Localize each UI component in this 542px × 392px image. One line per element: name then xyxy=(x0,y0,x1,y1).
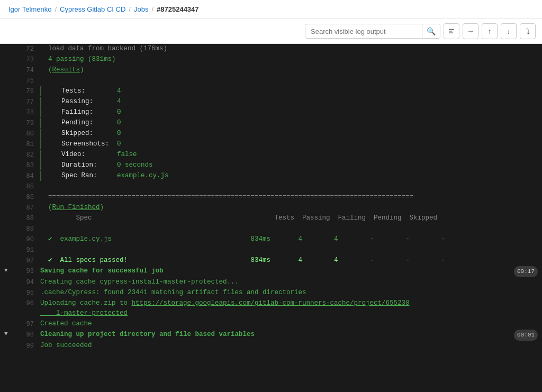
line-number: 74 xyxy=(15,65,34,76)
line-timestamp: 00:01 xyxy=(514,330,538,341)
line-content: Spec Ran: example.cy.js xyxy=(40,171,538,181)
line-content: Spec Tests Passing Failing Pending Skipp… xyxy=(40,213,538,223)
line-number: 76 xyxy=(15,86,34,97)
line-number: 98 xyxy=(15,330,34,340)
log-area: 72 load data from backend (176ms)73 4 pa… xyxy=(0,44,542,392)
log-line: 75 xyxy=(0,76,542,86)
line-content: Tests: 4 xyxy=(40,86,538,96)
svg-rect-2 xyxy=(449,33,454,33)
line-number: 83 xyxy=(15,160,34,171)
line-content: Screenshots: 0 xyxy=(40,139,538,149)
breadcrumb-user[interactable]: Igor Telmenko xyxy=(8,5,51,13)
log-line: 73 4 passing (831ms) xyxy=(0,54,542,65)
line-number: 84 xyxy=(15,171,34,181)
line-content: (Results) xyxy=(40,65,538,75)
log-line: ▼98Cleaning up project directory and fil… xyxy=(0,330,542,341)
scroll-up-button[interactable]: ↑ xyxy=(482,23,498,39)
line-number: 72 xyxy=(15,44,34,54)
line-content: 4 passing (831ms) xyxy=(40,54,538,65)
breadcrumb-jobs[interactable]: Jobs xyxy=(134,5,148,13)
line-number: 73 xyxy=(15,54,34,65)
breadcrumb-sep-1: / xyxy=(55,5,57,13)
toolbar: 🔍 → ↑ ↓ ⤵ xyxy=(0,19,542,44)
log-line: 90 ✔ example.cy.js 834ms 4 4 - - - xyxy=(0,234,542,245)
log-line: 76 Tests: 4 xyxy=(0,86,542,97)
line-number: 95 xyxy=(15,288,34,298)
line-number: 80 xyxy=(15,129,34,139)
log-line: 80 Skipped: 0 xyxy=(0,129,542,139)
line-number: 82 xyxy=(15,150,34,160)
collapse-toggle[interactable]: ▼ xyxy=(4,330,13,339)
line-number: 89 xyxy=(15,224,34,234)
line-content: Uploading cache.zip to https://storage.g… xyxy=(40,298,538,319)
line-content: Skipped: 0 xyxy=(40,129,538,139)
line-content: Video: false xyxy=(40,150,538,160)
line-content: Cleaning up project directory and file b… xyxy=(40,330,514,340)
breadcrumb-sep-2: / xyxy=(129,5,131,13)
log-line: 72 load data from backend (176ms) xyxy=(0,44,542,54)
raw-log-button[interactable] xyxy=(444,23,459,39)
svg-rect-1 xyxy=(449,31,453,31)
line-number: 99 xyxy=(15,341,34,351)
log-line: 82 Video: false xyxy=(0,150,542,160)
breadcrumb: Igor Telmenko / Cypress Gitlab CI CD / J… xyxy=(0,0,542,19)
line-number: 78 xyxy=(15,107,34,118)
log-line: 95.cache/Cypress: found 23441 matching a… xyxy=(0,288,542,298)
search-button[interactable]: 🔍 xyxy=(422,24,440,38)
log-line: 78 Failing: 0 xyxy=(0,107,542,118)
line-content: Failing: 0 xyxy=(40,107,538,117)
fullscreen-button[interactable]: ⤵ xyxy=(520,23,536,39)
search-input[interactable] xyxy=(305,25,422,38)
line-number: 96 xyxy=(15,298,34,309)
line-timestamp: 00:17 xyxy=(514,266,538,277)
line-number: 91 xyxy=(15,245,34,256)
line-content: Creating cache cypress-install-master-pr… xyxy=(40,277,538,287)
line-content: Saving cache for successful job xyxy=(40,266,514,276)
line-number: 90 xyxy=(15,234,34,245)
line-number: 87 xyxy=(15,203,34,213)
log-line: 85 xyxy=(0,181,542,192)
line-content: (Run Finished) xyxy=(40,203,538,213)
scroll-down-button[interactable]: ↓ xyxy=(501,23,517,39)
line-number: 88 xyxy=(15,213,34,224)
line-number: 94 xyxy=(15,277,34,288)
line-content: Passing: 4 xyxy=(40,97,538,107)
line-content: ========================================… xyxy=(40,192,538,202)
svg-rect-0 xyxy=(449,29,454,30)
line-content: load data from backend (176ms) xyxy=(40,44,538,54)
line-content: Job succeeded xyxy=(40,341,538,351)
line-number: 97 xyxy=(15,319,34,330)
log-line: 89 xyxy=(0,224,542,234)
log-line: 92 ✔ All specs passed! 834ms 4 4 - - - xyxy=(0,256,542,266)
log-line: 96Uploading cache.zip to https://storage… xyxy=(0,298,542,319)
line-number: 75 xyxy=(15,76,34,86)
log-line: 81 Screenshots: 0 xyxy=(0,139,542,150)
line-content: ✔ All specs passed! 834ms 4 4 - - - xyxy=(40,256,538,266)
collapse-toggle[interactable]: ▼ xyxy=(4,266,13,275)
line-content: ✔ example.cy.js 834ms 4 4 - - - xyxy=(40,234,538,244)
scroll-to-next-button[interactable]: → xyxy=(463,23,478,39)
breadcrumb-project[interactable]: Cypress Gitlab CI CD xyxy=(60,5,125,13)
log-line: 87 (Run Finished) xyxy=(0,203,542,213)
line-number: 92 xyxy=(15,256,34,266)
line-content: .cache/Cypress: found 23441 matching art… xyxy=(40,288,538,298)
log-line: 88 Spec Tests Passing Failing Pending Sk… xyxy=(0,213,542,224)
log-line: 91 xyxy=(0,245,542,256)
line-content: Created cache xyxy=(40,319,538,329)
line-number: 81 xyxy=(15,139,34,150)
log-line: 86 =====================================… xyxy=(0,192,542,203)
log-line: ▼93Saving cache for successful job00:17 xyxy=(0,266,542,277)
log-line: 97Created cache xyxy=(0,319,542,330)
log-line: 83 Duration: 0 seconds xyxy=(0,160,542,171)
log-line: 74 (Results) xyxy=(0,65,542,76)
line-content: Pending: 0 xyxy=(40,118,538,128)
line-number: 93 xyxy=(15,266,34,277)
breadcrumb-job-id: #8725244347 xyxy=(157,5,199,13)
search-box: 🔍 xyxy=(305,24,440,39)
log-line: 99Job succeeded xyxy=(0,341,542,351)
log-line: 79 Pending: 0 xyxy=(0,118,542,129)
line-number: 79 xyxy=(15,118,34,129)
log-line: 77 Passing: 4 xyxy=(0,97,542,107)
line-content: Duration: 0 seconds xyxy=(40,160,538,170)
line-number: 85 xyxy=(15,181,34,192)
